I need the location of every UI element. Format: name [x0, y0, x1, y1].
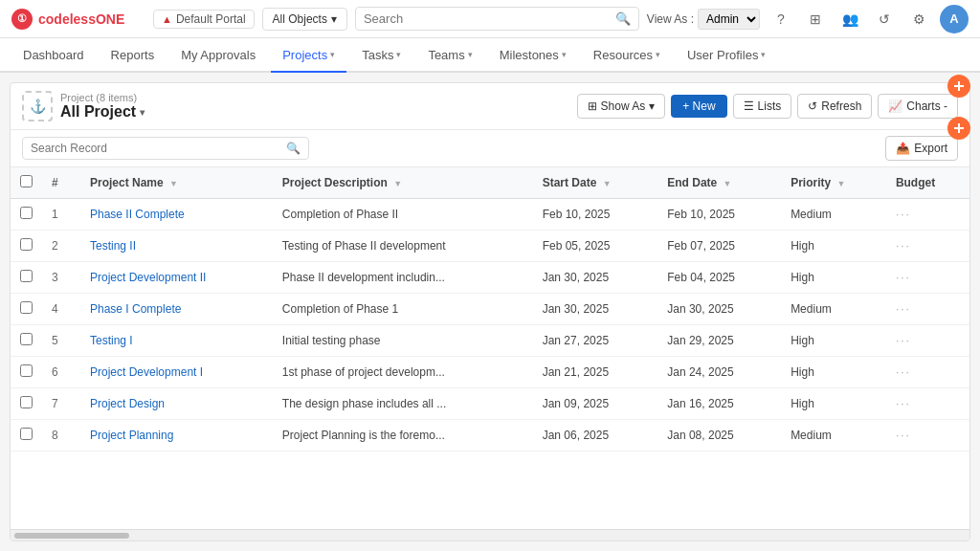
row-project-name[interactable]: Project Planning [80, 420, 273, 452]
people-button[interactable]: 👥 [836, 6, 863, 33]
row-project-name[interactable]: Testing II [80, 231, 273, 262]
row-project-name[interactable]: Phase I Complete [80, 294, 273, 325]
row-checkbox[interactable] [11, 420, 42, 452]
search-record-icon: 🔍 [286, 142, 301, 155]
grid-button[interactable]: ⊞ [802, 6, 829, 33]
project-name-link[interactable]: Project Planning [90, 429, 173, 442]
export-button[interactable]: 📤 Export [885, 136, 958, 161]
sidebar-item-milestones[interactable]: Milestones ▾ [488, 38, 578, 73]
row-project-name[interactable]: Project Development II [80, 262, 273, 294]
dots-menu-icon[interactable]: ··· [896, 397, 911, 410]
dots-menu-icon[interactable]: ··· [896, 208, 911, 221]
show-as-button[interactable]: ⊞ Show As ▾ [577, 94, 666, 119]
project-name-link[interactable]: Testing II [90, 239, 136, 253]
project-name-link[interactable]: Project Design [90, 397, 165, 410]
sidebar-item-projects[interactable]: Projects ▾ [271, 38, 346, 73]
new-button[interactable]: + New [671, 95, 726, 118]
view-as: View As : Admin [647, 9, 760, 30]
row-checkbox[interactable] [11, 357, 42, 388]
row-dots-menu[interactable]: ··· [886, 388, 969, 420]
dots-menu-icon[interactable]: ··· [896, 365, 911, 379]
dots-menu-icon[interactable]: ··· [896, 271, 911, 284]
row-select-checkbox[interactable] [20, 396, 33, 408]
row-dots-menu[interactable]: ··· [886, 231, 969, 262]
project-name-link[interactable]: Phase I Complete [90, 302, 181, 316]
row-num: 7 [42, 388, 80, 420]
search-row: 🔍 📤 Export [11, 130, 969, 167]
scroll-bar[interactable] [11, 529, 969, 540]
project-title-area: Project (8 items) All Project ▾ [60, 92, 569, 121]
header-project-description[interactable]: Project Description ▼ [273, 167, 533, 199]
header-priority[interactable]: Priority ▼ [781, 167, 886, 199]
sidebar-item-my-approvals[interactable]: My Approvals [169, 38, 267, 73]
header-start-date[interactable]: Start Date ▼ [533, 167, 658, 199]
portal-badge[interactable]: ▲ Default Portal [153, 10, 255, 29]
row-select-checkbox[interactable] [20, 428, 33, 440]
search-input[interactable] [364, 11, 615, 26]
sidebar-item-reports[interactable]: Reports [100, 38, 167, 73]
row-checkbox[interactable] [11, 199, 42, 231]
sidebar-item-resources[interactable]: Resources ▾ [582, 38, 672, 73]
project-name-link[interactable]: Project Development I [90, 365, 203, 379]
start-date-sort-icon: ▼ [603, 179, 612, 188]
header-budget[interactable]: Budget [886, 167, 969, 199]
all-objects-button[interactable]: All Objects ▾ [262, 8, 347, 31]
header-checkbox[interactable] [11, 167, 42, 199]
dots-menu-icon[interactable]: ··· [896, 302, 911, 316]
row-checkbox[interactable] [11, 231, 42, 262]
dots-menu-icon[interactable]: ··· [896, 239, 911, 253]
row-select-checkbox[interactable] [20, 238, 33, 251]
float-action-2[interactable] [947, 117, 970, 140]
row-dots-menu[interactable]: ··· [886, 325, 969, 357]
row-select-checkbox[interactable] [20, 364, 33, 377]
refresh-button[interactable]: ↺ Refresh [797, 94, 872, 119]
row-project-name[interactable]: Testing I [80, 325, 273, 357]
search-record-input[interactable] [31, 142, 280, 155]
row-checkbox[interactable] [11, 388, 42, 420]
row-checkbox[interactable] [11, 294, 42, 325]
row-select-checkbox[interactable] [20, 270, 33, 282]
help-button[interactable]: ? [768, 6, 794, 33]
sidebar-item-dashboard[interactable]: Dashboard [11, 38, 96, 73]
select-all-checkbox[interactable] [20, 175, 33, 187]
sidebar-item-tasks[interactable]: Tasks ▾ [350, 38, 412, 73]
row-dots-menu[interactable]: ··· [886, 199, 969, 231]
row-dots-menu[interactable]: ··· [886, 420, 969, 452]
view-as-select[interactable]: Admin [698, 9, 760, 30]
settings-button[interactable]: ⚙ [905, 6, 932, 33]
dots-menu-icon[interactable]: ··· [896, 334, 911, 347]
project-title-chevron-icon[interactable]: ▾ [140, 107, 145, 118]
row-num: 1 [42, 199, 80, 231]
search-record-box[interactable]: 🔍 [22, 137, 309, 160]
toolbar-actions: ⊞ Show As ▾ + New ☰ Lists ↺ Refresh 📈 [577, 94, 958, 119]
row-select-checkbox[interactable] [20, 333, 33, 345]
table-row: 1 Phase II Complete Completion of Phase … [11, 199, 969, 231]
header-end-date[interactable]: End Date ▼ [657, 167, 781, 199]
refresh-label: Refresh [821, 99, 861, 113]
float-action-1[interactable] [947, 75, 970, 98]
avatar[interactable]: A [940, 5, 969, 33]
row-dots-menu[interactable]: ··· [886, 294, 969, 325]
refresh-nav-button[interactable]: ↺ [871, 6, 898, 33]
header-project-name[interactable]: Project Name ▼ [80, 167, 273, 199]
row-project-name[interactable]: Project Development I [80, 357, 273, 388]
row-select-checkbox[interactable] [20, 207, 33, 219]
lists-button[interactable]: ☰ Lists [733, 94, 792, 119]
dots-menu-icon[interactable]: ··· [896, 429, 911, 442]
row-checkbox[interactable] [11, 262, 42, 294]
sidebar-item-teams[interactable]: Teams ▾ [416, 38, 483, 73]
row-dots-menu[interactable]: ··· [886, 357, 969, 388]
project-name-link[interactable]: Phase II Complete [90, 208, 185, 221]
row-dots-menu[interactable]: ··· [886, 262, 969, 294]
project-name-link[interactable]: Project Development II [90, 271, 206, 284]
project-name-link[interactable]: Testing I [90, 334, 133, 347]
row-checkbox[interactable] [11, 325, 42, 357]
row-project-name[interactable]: Project Design [80, 388, 273, 420]
sidebar-item-user-profiles[interactable]: User Profiles ▾ [676, 38, 777, 73]
row-project-name[interactable]: Phase II Complete [80, 199, 273, 231]
row-select-checkbox[interactable] [20, 301, 33, 314]
portal-label: Default Portal [176, 12, 246, 26]
search-bar-top[interactable]: 🔍 [355, 7, 639, 31]
charts-button[interactable]: 📈 Charts - [878, 94, 958, 119]
scroll-thumb[interactable] [14, 533, 129, 539]
